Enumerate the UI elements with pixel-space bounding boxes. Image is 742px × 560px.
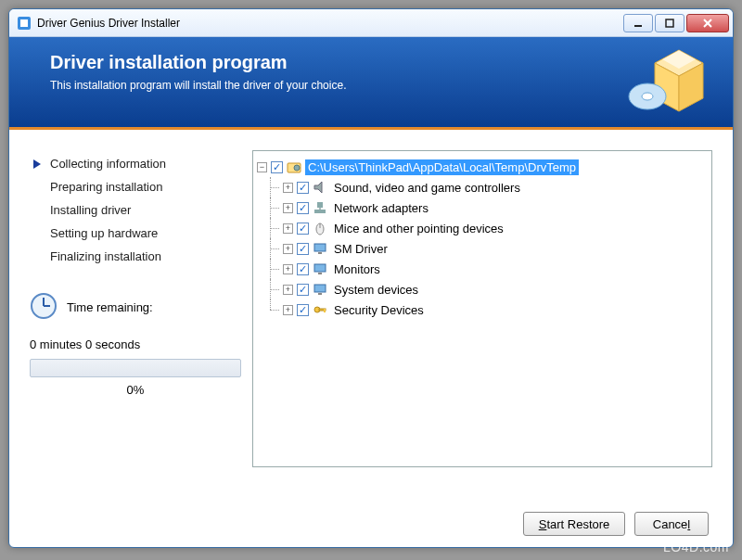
minimize-button[interactable] xyxy=(623,14,653,32)
time-remaining-row: Time remaining: xyxy=(30,292,241,323)
tree-node-label: System devices xyxy=(331,282,421,298)
expand-icon[interactable]: + xyxy=(283,305,293,315)
expand-icon[interactable]: + xyxy=(283,183,293,193)
checkbox[interactable]: ✓ xyxy=(297,263,309,275)
titlebar[interactable]: Driver Genius Driver Installer xyxy=(9,9,733,37)
svg-marker-17 xyxy=(314,182,322,193)
cancel-button[interactable]: Cancel xyxy=(634,512,709,536)
svg-rect-25 xyxy=(314,264,326,272)
checkbox[interactable]: ✓ xyxy=(297,182,309,194)
svg-rect-3 xyxy=(666,19,673,27)
start-restore-button[interactable]: Start Restore xyxy=(523,512,625,536)
tree-node-label: Sound, video and game controllers xyxy=(331,180,523,196)
tree-node[interactable]: +✓Monitors xyxy=(257,259,708,279)
tree-node[interactable]: +✓Mice and other pointing devices xyxy=(257,218,708,238)
tree-node[interactable]: +✓Security Devices xyxy=(257,299,708,320)
collapse-icon[interactable]: − xyxy=(257,162,267,172)
tree-node[interactable]: +✓SM Driver xyxy=(257,238,708,259)
expand-icon[interactable]: + xyxy=(283,244,293,254)
tree-root-node[interactable]: − ✓ C:\Users\ThinkPad\AppData\Local\Temp… xyxy=(257,157,708,177)
checkbox[interactable]: ✓ xyxy=(297,284,309,296)
svg-rect-28 xyxy=(318,293,322,295)
svg-rect-24 xyxy=(318,252,322,254)
monitor-icon xyxy=(313,241,327,256)
tree-node[interactable]: +✓Sound, video and game controllers xyxy=(257,177,708,197)
expand-icon[interactable]: + xyxy=(283,223,293,234)
svg-rect-23 xyxy=(314,244,326,251)
tree-root-label: C:\Users\ThinkPad\AppData\Local\Temp\Drv… xyxy=(305,159,579,175)
svg-rect-19 xyxy=(317,202,323,208)
install-step: Installing driver xyxy=(30,198,241,222)
tree-node[interactable]: +✓System devices xyxy=(257,279,708,299)
header-banner: Driver installation program This install… xyxy=(9,37,733,130)
watermark: LO4D.com xyxy=(663,540,729,554)
tree-node-label: Network adapters xyxy=(331,200,431,216)
checkbox[interactable]: ✓ xyxy=(297,243,309,255)
checkbox[interactable]: ✓ xyxy=(297,202,309,214)
expand-icon[interactable]: + xyxy=(283,264,293,274)
install-steps: Collecting informationPreparing installa… xyxy=(30,152,241,268)
expand-icon[interactable]: + xyxy=(283,285,293,295)
monitor-icon xyxy=(313,261,327,276)
key-icon xyxy=(313,302,327,317)
checkbox[interactable]: ✓ xyxy=(297,304,309,316)
time-remaining-value: 0 minutes 0 seconds xyxy=(30,337,241,351)
mouse-icon xyxy=(313,221,327,235)
svg-rect-18 xyxy=(314,210,326,213)
install-step: Preparing installation xyxy=(30,175,241,198)
installer-window: Driver Genius Driver Installer Driver in… xyxy=(8,8,734,548)
header-subtitle: This installation program will install t… xyxy=(50,79,712,92)
tree-node-label: SM Driver xyxy=(331,241,390,257)
install-step: Finalizing installation xyxy=(30,245,241,268)
header-title: Driver installation program xyxy=(50,52,712,73)
network-icon xyxy=(313,200,327,215)
footer: Start Restore Cancel xyxy=(9,501,733,547)
install-step: Collecting information xyxy=(30,152,241,175)
tree-node[interactable]: +✓Network adapters xyxy=(257,197,708,218)
svg-rect-31 xyxy=(324,309,326,312)
maximize-button[interactable] xyxy=(655,14,684,32)
checkbox[interactable]: ✓ xyxy=(297,223,309,235)
box-disc-icon xyxy=(623,45,712,121)
progress-bar xyxy=(30,359,241,377)
svg-rect-26 xyxy=(318,273,322,274)
svg-point-11 xyxy=(642,93,653,100)
time-remaining-label: Time remaining: xyxy=(67,300,153,314)
expand-icon[interactable]: + xyxy=(283,203,293,213)
tree-node-label: Monitors xyxy=(331,261,383,277)
app-icon xyxy=(17,16,32,31)
left-panel: Collecting informationPreparing installa… xyxy=(30,150,241,491)
body: Collecting informationPreparing installa… xyxy=(9,130,733,501)
close-button[interactable] xyxy=(686,14,729,32)
monitor-icon xyxy=(313,282,327,297)
driver-tree[interactable]: − ✓ C:\Users\ThinkPad\AppData\Local\Temp… xyxy=(252,150,712,467)
svg-rect-1 xyxy=(20,19,28,27)
install-step: Setting up hardware xyxy=(30,222,241,245)
progress-percent: 0% xyxy=(30,383,241,397)
window-title: Driver Genius Driver Installer xyxy=(37,17,621,30)
speaker-icon xyxy=(313,180,327,195)
clock-icon xyxy=(30,292,58,323)
svg-rect-27 xyxy=(314,285,326,292)
checkbox[interactable]: ✓ xyxy=(271,161,283,173)
tree-node-label: Security Devices xyxy=(331,302,427,318)
svg-point-16 xyxy=(294,165,300,171)
folder-gear-icon xyxy=(287,159,301,174)
tree-node-label: Mice and other pointing devices xyxy=(331,221,506,236)
